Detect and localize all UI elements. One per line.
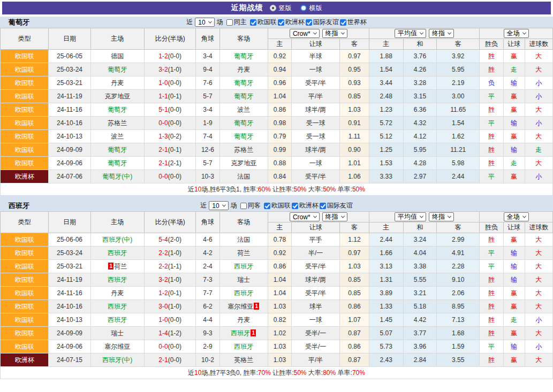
team-name: 葡萄牙 (234, 119, 253, 127)
date-cell: 24-10-16 (49, 300, 90, 313)
avg-draw-cell: 2.97 (403, 170, 436, 183)
match-row: 欧国联24-09-09瑞士1-4(1-2)9-3西班牙11.02受半/一0.87… (1, 327, 553, 340)
odds-away-cell: 0.90 (340, 143, 369, 157)
score-cell: 0-0(0-0) (145, 170, 196, 183)
summary-segment: 50% (323, 186, 336, 193)
result-goals-cell: 大 (525, 327, 552, 340)
corner-cell: 6-2 (196, 300, 219, 313)
odds-home-cell: 0.86 (268, 103, 291, 117)
league-filter: 欧国联 (250, 18, 277, 27)
avg-away-cell: 2.99 (437, 233, 480, 247)
avg-draw-cell: 3.77 (403, 327, 436, 340)
result-group-header: 全场 (480, 212, 553, 222)
avg-draw-cell: 3.76 (403, 50, 436, 63)
result-handicap-cell: 输 (503, 247, 525, 260)
col-header-odds-handicap: 让球 (292, 222, 340, 233)
average-select[interactable]: 平均值 (395, 29, 426, 38)
team-name: 葡萄牙 (234, 79, 253, 87)
odds-handicap-cell: 球半/两 (292, 273, 340, 287)
same-venue-checkbox[interactable] (240, 203, 247, 209)
odds-time-select[interactable]: 终指 (322, 212, 347, 221)
select-value: Crow* (293, 213, 310, 221)
league-checkbox[interactable] (340, 19, 346, 26)
odds-handicap-cell: 半球 (292, 50, 340, 63)
half-time-score: (1-0) (168, 249, 181, 257)
league-label: 国际友谊 (313, 18, 339, 27)
bookmaker-select[interactable]: Crow* (290, 212, 320, 221)
odds-home-cell: 0.78 (268, 233, 291, 247)
same-venue-checkbox[interactable] (226, 19, 233, 26)
result-handicap-cell: 走 (503, 63, 525, 76)
odds-home-cell: 0.99 (268, 143, 291, 157)
team-name: 葡萄牙 (234, 52, 253, 60)
league-checkbox[interactable] (264, 203, 270, 209)
away-team-cell: 丹麦 (219, 63, 268, 76)
col-header-type: 类型 (1, 212, 49, 233)
corner-cell: 4-4 (196, 313, 219, 327)
avg-home-cell: 5.72 (369, 117, 403, 130)
odds-home-cell: 1.04 (268, 287, 291, 300)
date-cell: 25-03-21 (49, 76, 90, 90)
half-time-score: (0-1) (168, 93, 181, 100)
games-label: 场 (231, 201, 237, 210)
scope-select[interactable]: 全场 (504, 29, 529, 38)
view-option-vertical[interactable]: 竖版 (270, 4, 292, 13)
full-time-score: 5-4 (158, 236, 168, 243)
avg-away-cell: 1.59 (437, 340, 480, 353)
odds-home-cell: 0.84 (268, 170, 291, 183)
league-checkbox[interactable] (292, 203, 298, 209)
league-cell: 欧国联 (1, 233, 49, 247)
horizontal-radio-icon[interactable] (300, 5, 307, 11)
full-time-score: 1-0 (158, 79, 168, 87)
avg-home-cell: 3.89 (369, 287, 403, 300)
home-team-cell: 苏格兰 (90, 117, 144, 130)
avg-home-cell: 1.33 (369, 300, 403, 313)
vertical-radio-icon[interactable] (270, 5, 276, 11)
odds-time-select[interactable]: 终指 (322, 29, 347, 38)
average-select[interactable]: 平均值 (395, 212, 426, 221)
view-option-horizontal[interactable]: 横版 (300, 4, 322, 13)
team-name: 丹麦 (111, 79, 124, 87)
recent-games-select[interactable]: 10 (195, 18, 214, 27)
average-time-select[interactable]: 终指 (429, 29, 454, 38)
league-cell: 欧国联 (1, 327, 49, 340)
date-cell: 24-09-09 (49, 327, 90, 340)
average-time-select[interactable]: 终指 (429, 212, 454, 221)
recent-games-select[interactable]: 10 (209, 201, 228, 210)
league-filters: 欧国联欧洲杯国际友谊世界杯 (249, 18, 367, 27)
full-time-score: 2-1 (158, 159, 168, 167)
league-checkbox[interactable] (320, 203, 326, 209)
team-name: 丹麦 (237, 66, 250, 73)
avg-draw-cell: 3.28 (403, 76, 436, 90)
same-venue-label: 同主 (234, 18, 247, 27)
away-team-cell: 苏格兰 (219, 143, 268, 157)
date-cell: 24-09-09 (49, 143, 90, 157)
summary-text: 近10场,胜7平3负0, 胜率:70% 让胜率:50% 大率:80% 单率:70… (1, 367, 553, 379)
result-goals-cell: 大 (525, 353, 552, 367)
date-cell: 25-03-24 (49, 247, 90, 260)
avg-away-cell: 8.95 (437, 300, 480, 313)
score-cell: 0-0(0-0) (145, 340, 196, 353)
select-value: 终指 (432, 29, 445, 38)
corner-cell: 4-2 (196, 247, 219, 260)
date-cell: 24-10-16 (49, 117, 90, 130)
odds-home-cell: 1.03 (268, 353, 291, 367)
avg-away-cell: 4.91 (437, 247, 480, 260)
score-cell: 1-1(0-1) (145, 90, 196, 103)
same-venue-label: 同客 (248, 201, 261, 210)
bookmaker-select[interactable]: Crow* (290, 29, 320, 38)
result-goals-cell: 大 (525, 157, 552, 170)
scope-select[interactable]: 全场 (504, 212, 529, 221)
league-checkbox[interactable] (278, 19, 284, 26)
odds-handicap-cell: 受一球 (292, 130, 340, 143)
summary-segment: 50% (352, 186, 365, 193)
col-header-odds-away: 客 (340, 39, 369, 50)
odds-away-cell: 0.85 (340, 90, 369, 103)
score-cell: 2-2(1-0) (145, 247, 196, 260)
result-goals-cell: 大 (525, 233, 552, 247)
summary-segment: 10 (194, 369, 201, 376)
league-checkbox[interactable] (250, 19, 256, 26)
recent-results-page: 近期战绩 竖版 横版 葡萄牙 近 10 场 (0, 0, 553, 392)
league-checkbox[interactable] (306, 19, 312, 26)
odds-home-cell: 1.03 (268, 340, 291, 353)
